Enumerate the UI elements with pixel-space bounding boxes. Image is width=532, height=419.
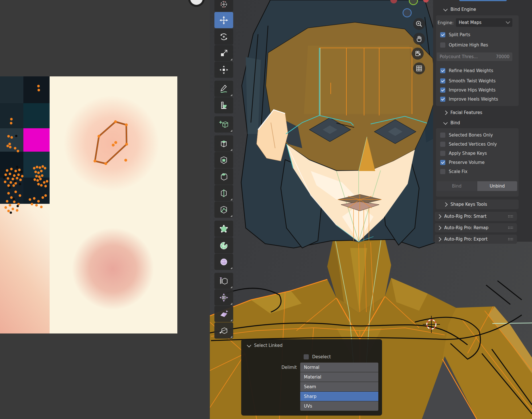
tool-measure-button[interactable] xyxy=(214,97,233,113)
tool-edge-slide-button[interactable] xyxy=(214,273,233,289)
tool-bevel-button[interactable] xyxy=(214,168,233,185)
selected-vertices-only-checkbox[interactable] xyxy=(440,142,445,147)
tool-annotate-button[interactable] xyxy=(214,81,233,97)
uv-island-polygon[interactable] xyxy=(94,120,128,165)
tool-loop-cut-button[interactable] xyxy=(214,185,233,201)
tool-cursor-button[interactable] xyxy=(214,0,233,12)
tool-inset-faces-button[interactable] xyxy=(214,152,233,168)
chevron-down-icon xyxy=(443,7,448,11)
chevron-down-icon xyxy=(443,120,448,125)
tool-extrude-region-button[interactable] xyxy=(214,135,233,152)
chevron-right-icon xyxy=(437,225,442,230)
bind-button[interactable]: Bind xyxy=(437,181,477,191)
deselect-checkbox-row[interactable]: Deselect xyxy=(300,353,331,360)
scale-fix-row[interactable]: Scale Fix xyxy=(437,168,468,175)
nav-axis-z-icon[interactable] xyxy=(403,8,412,17)
bind-box: Selected Bones Only Selected Vertices On… xyxy=(436,128,519,197)
tool-transform-button[interactable] xyxy=(214,62,233,78)
refine-head-weights-row[interactable]: Refine Head Weights xyxy=(437,67,493,74)
tool-knife-button[interactable] xyxy=(214,202,233,218)
smooth-twist-weights-row[interactable]: Smooth Twist Weights xyxy=(437,78,496,84)
split-parts-row[interactable]: Split Parts xyxy=(437,31,470,38)
optimize-high-res-checkbox[interactable] xyxy=(440,42,445,48)
zoom-icon xyxy=(415,20,423,28)
tool-spin-button[interactable] xyxy=(214,237,233,253)
arp-remap-section[interactable]: Auto-Rig Pro: Remap xyxy=(435,223,517,232)
texture-canvas[interactable] xyxy=(0,76,177,333)
3d-viewport[interactable]: Select Linked Deselect Delimit Normal Ma… xyxy=(210,0,532,419)
preserve-volume-checkbox[interactable] xyxy=(440,160,445,165)
inset-faces-icon xyxy=(219,155,229,165)
tool-scale-button[interactable] xyxy=(214,45,233,61)
improve-heels-weights-checkbox[interactable] xyxy=(440,97,445,102)
smooth-twist-weights-checkbox[interactable] xyxy=(440,78,445,84)
viewport-toolbar xyxy=(214,0,233,339)
scale-icon xyxy=(219,48,229,58)
tool-poly-build-button[interactable] xyxy=(214,221,233,237)
bevel-icon xyxy=(219,172,229,182)
improve-hips-weights-checkbox[interactable] xyxy=(440,88,445,93)
selected-bones-only-checkbox[interactable] xyxy=(440,133,445,138)
refine-head-weights-checkbox[interactable] xyxy=(440,68,445,73)
tool-smooth-button[interactable] xyxy=(214,254,233,270)
annotate-icon xyxy=(219,84,229,94)
deselect-checkbox[interactable] xyxy=(304,354,309,359)
delimit-option-sharp[interactable]: Sharp xyxy=(300,392,378,401)
spin-icon xyxy=(219,241,229,250)
selected-bones-only-row[interactable]: Selected Bones Only xyxy=(437,132,493,139)
grid-ortho-icon xyxy=(415,64,423,72)
loop-cut-icon xyxy=(219,188,229,198)
delimit-option-material[interactable]: Material xyxy=(300,372,378,382)
pan-button[interactable] xyxy=(413,33,425,45)
extrude-region-icon xyxy=(219,139,229,149)
split-parts-checkbox[interactable] xyxy=(440,32,445,37)
chevron-down-icon xyxy=(506,19,510,24)
polycount-field[interactable]: Polycount Thres... 70000 xyxy=(437,52,512,61)
select-linked-header[interactable]: Select Linked xyxy=(247,343,283,348)
unbind-button[interactable]: Unbind xyxy=(477,181,517,191)
arp-export-section[interactable]: Auto-Rig Pro: Export xyxy=(435,235,517,244)
delimit-option-uvs[interactable]: UVs xyxy=(300,401,378,411)
delimit-option-seam[interactable]: Seam xyxy=(300,382,378,391)
tool-shear-button[interactable] xyxy=(214,306,233,322)
add-cube-icon xyxy=(219,120,229,129)
tool-add-cube-button[interactable] xyxy=(214,116,233,133)
bind-engine-header[interactable]: Bind Engine xyxy=(444,6,476,13)
apply-shape-keys-row[interactable]: Apply Shape Keys xyxy=(437,150,487,157)
scale-fix-checkbox[interactable] xyxy=(440,169,445,174)
grid-ortho-button[interactable] xyxy=(413,62,425,74)
shrink-fatten-icon xyxy=(219,293,229,302)
bind-header[interactable]: Bind xyxy=(444,119,460,127)
facial-features-header[interactable]: Facial Features xyxy=(444,109,482,116)
pan-hand-icon xyxy=(415,35,423,43)
camera-view-button[interactable] xyxy=(412,48,424,60)
drag-grip-icon[interactable] xyxy=(508,226,513,229)
tool-rotate-button[interactable] xyxy=(214,29,233,45)
arp-smart-section[interactable]: Auto-Rig Pro: Smart xyxy=(435,212,517,221)
shear-icon xyxy=(219,309,229,319)
poly-build-icon xyxy=(219,224,229,234)
apply-shape-keys-checkbox[interactable] xyxy=(440,151,445,156)
delimit-option-normal[interactable]: Normal xyxy=(300,363,378,372)
improve-hips-weights-row[interactable]: Improve Hips Weights xyxy=(437,87,496,93)
engine-dropdown[interactable]: Heat Maps xyxy=(456,18,512,27)
tool-move-button[interactable] xyxy=(214,12,233,28)
selected-vertices-only-row[interactable]: Selected Vertices Only xyxy=(437,141,497,148)
drag-grip-icon[interactable] xyxy=(508,215,513,218)
improve-heels-weights-row[interactable]: Improve Heels Weights xyxy=(437,96,498,103)
chevron-right-icon xyxy=(437,214,442,219)
move-icon xyxy=(219,15,229,25)
preserve-volume-row[interactable]: Preserve Volume xyxy=(437,159,485,166)
drag-grip-icon[interactable] xyxy=(508,238,513,241)
bind-engine-box: Engine: Heat Maps Split Parts Optimize H… xyxy=(436,15,519,106)
optimize-high-res-row[interactable]: Optimize High Res xyxy=(437,42,488,48)
zoom-button[interactable] xyxy=(413,18,425,30)
rip-region-icon xyxy=(219,326,229,335)
uv-overlay xyxy=(0,76,177,333)
uv-vertex-dots xyxy=(4,85,48,212)
chevron-right-icon xyxy=(437,237,442,241)
tool-rip-region-button[interactable] xyxy=(214,322,233,339)
shape-keys-tools-header[interactable]: Shape Keys Tools xyxy=(444,201,487,208)
tool-shrink-fatten-button[interactable] xyxy=(214,289,233,306)
deselect-label: Deselect xyxy=(312,354,331,359)
